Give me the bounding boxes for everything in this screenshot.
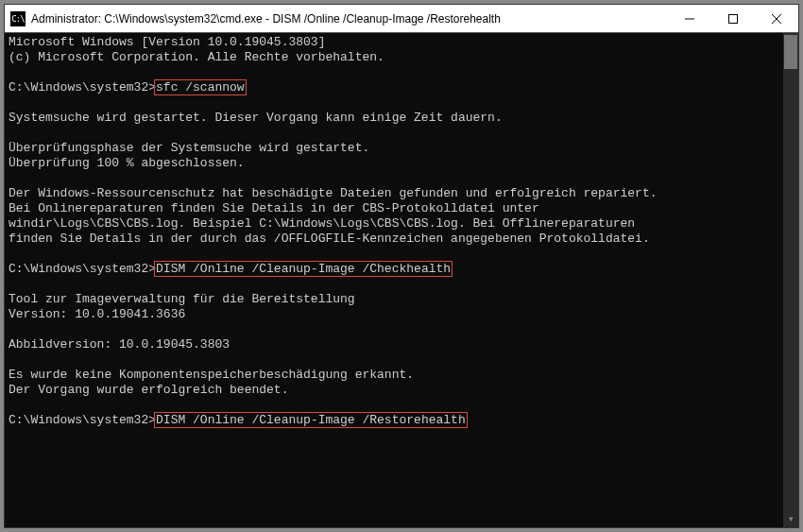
- output-line: Es wurde keine Komponentenspeicherbeschä…: [9, 368, 414, 382]
- cmd-icon: C:\: [10, 11, 26, 26]
- vertical-scrollbar[interactable]: ▾: [783, 33, 798, 527]
- output-line: Abbildversion: 10.0.19045.3803: [9, 337, 230, 352]
- output-line: Version: 10.0.19041.3636: [9, 307, 185, 321]
- cmd-window: C:\ Administrator: C:\Windows\system32\c…: [4, 4, 799, 528]
- window-title: Administrator: C:\Windows\system32\cmd.e…: [31, 12, 668, 26]
- window-controls: [668, 5, 798, 32]
- terminal-output[interactable]: Microsoft Windows [Version 10.0.19045.38…: [5, 33, 783, 527]
- titlebar[interactable]: C:\ Administrator: C:\Windows\system32\c…: [5, 5, 798, 33]
- prompt: C:\Windows\system32>: [9, 80, 156, 94]
- output-line: Überprüfung 100 % abgeschlossen.: [9, 156, 245, 170]
- output-line: Systemsuche wird gestartet. Dieser Vorga…: [9, 111, 503, 125]
- svg-rect-1: [729, 14, 738, 23]
- output-line: Der Windows-Ressourcenschutz hat beschäd…: [9, 186, 658, 200]
- command-dism-checkhealth: DISM /Online /Cleanup-Image /Checkhealth: [154, 261, 453, 277]
- maximize-button[interactable]: [711, 5, 755, 32]
- minimize-button[interactable]: [668, 5, 711, 32]
- output-line: windir\Logs\CBS\CBS.log. Beispiel C:\Win…: [9, 216, 635, 231]
- close-button[interactable]: [755, 5, 798, 32]
- output-line: Tool zur Imageverwaltung für die Bereits…: [9, 292, 355, 306]
- prompt: C:\Windows\system32>: [9, 413, 156, 427]
- command-sfc-scannow: sfc /scannow: [154, 79, 247, 95]
- output-line: Der Vorgang wurde erfolgreich beendet.: [9, 383, 288, 397]
- output-line: Bei Onlinereparaturen finden Sie Details…: [9, 201, 539, 215]
- terminal-area: Microsoft Windows [Version 10.0.19045.38…: [5, 33, 798, 527]
- scrollbar-thumb[interactable]: [784, 35, 797, 69]
- output-line: finden Sie Details in der durch das /OFF…: [9, 232, 650, 246]
- scrollbar-down-arrow-icon[interactable]: ▾: [784, 512, 797, 525]
- copyright-line: (c) Microsoft Corporation. Alle Rechte v…: [9, 50, 384, 64]
- command-dism-restorehealth: DISM /Online /Cleanup-Image /Restoreheal…: [154, 412, 468, 428]
- version-line: Microsoft Windows [Version 10.0.19045.38…: [9, 35, 325, 49]
- output-line: Überprüfungsphase der Systemsuche wird g…: [9, 141, 369, 155]
- prompt: C:\Windows\system32>: [9, 262, 156, 276]
